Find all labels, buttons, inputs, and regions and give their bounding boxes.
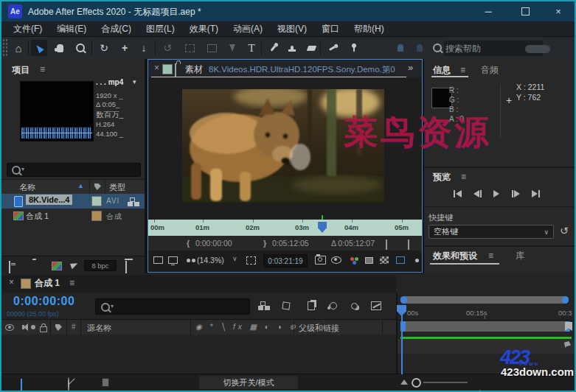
nav-cap-right[interactable] <box>562 296 569 304</box>
first-frame-button[interactable] <box>454 190 462 197</box>
project-settings-icon[interactable] <box>70 262 79 270</box>
shortcut-dropdown[interactable]: 空格键 ∨ <box>428 225 554 239</box>
toolbar-grip[interactable] <box>2 38 7 57</box>
project-row-footage[interactable]: 8K.Vide...4 AVI <box>1 194 145 209</box>
footage-playhead[interactable] <box>318 222 327 233</box>
brush-tool-icon[interactable] <box>265 40 281 56</box>
viewer-current-time[interactable]: 0:03:21:19 <box>263 254 308 267</box>
label-column-tag-icon[interactable] <box>94 183 101 190</box>
tab-library[interactable]: 库 <box>516 250 524 262</box>
toolbar-pill[interactable] <box>525 45 550 53</box>
zoom-out-mountain-icon[interactable] <box>400 379 408 385</box>
project-panel-menu-icon[interactable]: ≡ <box>40 64 45 74</box>
tab-composition[interactable]: 合成 1 <box>35 277 60 290</box>
hand-tool-icon[interactable] <box>52 40 68 56</box>
tab-footage[interactable]: 素材 <box>185 63 203 76</box>
menu-animation[interactable]: 动画(A) <box>226 23 270 35</box>
menu-edit[interactable]: 编辑(E) <box>49 23 94 35</box>
in-point-icon[interactable]: { <box>187 239 190 248</box>
orbit-camera-tool-icon[interactable]: ↻ <box>96 40 112 56</box>
menu-layer[interactable]: 图层(L) <box>139 23 182 35</box>
previous-frame-button[interactable] <box>473 190 482 197</box>
frame-blending-icon[interactable] <box>304 298 319 313</box>
menu-composition[interactable]: 合成(C) <box>94 23 139 35</box>
expand-layer-switches-icon[interactable] <box>21 379 22 392</box>
footage-thumbnail[interactable] <box>20 81 94 141</box>
footage-info-caret-icon[interactable]: ▾ <box>133 78 136 85</box>
footage-time-ruler[interactable]: 00m 01m 02m 03m 04m 05m <box>148 220 422 237</box>
comp-color-swatch[interactable] <box>91 211 102 221</box>
zoom-in-mountain-icon[interactable] <box>475 377 485 392</box>
magnification-value[interactable]: (14.3%) <box>197 256 224 265</box>
preview-panel-menu-icon[interactable]: ≡ <box>461 172 466 182</box>
zoom-tool-icon[interactable] <box>72 40 89 56</box>
sort-up-icon[interactable]: ▲ <box>77 182 84 189</box>
play-button[interactable] <box>493 190 499 197</box>
current-time-display[interactable]: 0:00:00:00 <box>13 295 74 308</box>
roto-brush-tool-icon[interactable] <box>324 40 340 56</box>
new-composition-icon[interactable] <box>52 262 62 270</box>
pixel-aspect-correction-icon[interactable] <box>394 253 407 267</box>
lock-column-icon[interactable] <box>38 322 49 332</box>
dolly-camera-tool-icon[interactable]: ↓ <box>136 40 152 56</box>
show-channel-icon[interactable] <box>347 253 361 267</box>
ripple-insert-edit-icon[interactable] <box>386 239 387 250</box>
timeline-time-ruler[interactable]: 00s 00:15s 00:3 <box>398 306 575 321</box>
shape-tool-icon[interactable] <box>204 40 220 56</box>
video-eye-icon[interactable] <box>4 322 15 332</box>
show-snapshot-icon[interactable] <box>330 253 343 267</box>
timeline-search-field[interactable]: ▾ <box>95 298 250 315</box>
menu-effect[interactable]: 效果(T) <box>182 23 226 35</box>
pan-camera-tool-icon[interactable]: + <box>117 40 133 56</box>
bit-depth-button[interactable]: 8 bpc <box>84 260 117 271</box>
tab-effects-presets[interactable]: 效果和预设 <box>433 250 477 262</box>
tab-info[interactable]: 信息 <box>433 64 451 77</box>
footage-color-swatch[interactable] <box>91 196 102 206</box>
close-tab-icon[interactable]: × <box>9 277 14 287</box>
overlay-edit-icon[interactable] <box>408 239 409 250</box>
expand-in-out-pane-icon[interactable] <box>102 378 109 387</box>
overflow-icon[interactable]: » <box>408 62 413 73</box>
selection-tool-icon[interactable] <box>31 40 47 56</box>
pen-tool-icon[interactable] <box>224 40 240 56</box>
project-row-comp[interactable]: 合成 1 合成 <box>1 209 145 223</box>
close-tab-icon[interactable]: × <box>154 63 159 73</box>
layer-list-empty-area[interactable] <box>1 335 396 374</box>
label-column-tag-icon[interactable] <box>55 324 62 331</box>
timeline-zoom-slider-knob[interactable] <box>412 378 421 388</box>
puppet-pin-tool-icon[interactable] <box>346 40 362 56</box>
column-name[interactable]: 名称 <box>19 182 35 193</box>
trash-icon[interactable] <box>125 261 127 274</box>
timeline-zoom-slider-track[interactable] <box>423 382 468 383</box>
menu-window[interactable]: 窗口 <box>314 23 347 35</box>
mini-flowchart-icon[interactable] <box>255 298 270 313</box>
timeline-menu-icon[interactable]: ≡ <box>69 278 74 288</box>
menu-file[interactable]: 文件(F) <box>6 23 49 35</box>
home-icon[interactable]: ⌂ <box>10 40 27 56</box>
region-of-interest-icon[interactable] <box>244 253 257 267</box>
solo-icon[interactable] <box>28 322 38 332</box>
menu-view[interactable]: 视图(V) <box>270 23 314 35</box>
last-frame-button[interactable] <box>532 190 540 197</box>
rotate-tool-icon[interactable]: ↺ <box>159 40 176 56</box>
camera-tool-icon[interactable] <box>181 40 198 56</box>
project-search-field[interactable]: ▾ <box>7 163 141 177</box>
work-area-bar[interactable] <box>400 321 570 332</box>
audio-speaker-icon[interactable] <box>16 322 27 332</box>
column-parent-link[interactable]: 父级和链接 <box>299 323 339 334</box>
playhead-line[interactable] <box>401 306 403 374</box>
transparency-grid-icon[interactable] <box>378 253 391 267</box>
workspace-icon-b[interactable] <box>412 40 428 56</box>
tab-preview[interactable]: 预览 <box>433 171 451 183</box>
nav-cap-left[interactable] <box>400 296 407 304</box>
workspace-icon-a[interactable] <box>392 40 409 56</box>
lock-icon[interactable] <box>175 63 176 77</box>
shy-layers-icon[interactable] <box>347 298 361 313</box>
timeline-nav-scrollbar[interactable] <box>400 296 569 304</box>
primary-viewer-icon[interactable] <box>166 253 179 267</box>
text-tool-icon[interactable]: T <box>243 40 260 56</box>
graph-editor-icon[interactable] <box>369 298 384 313</box>
tab-project[interactable]: 项目 <box>12 64 30 77</box>
toggle-switches-modes-button[interactable]: 切换开关/模式 <box>199 376 298 389</box>
info-panel-menu-icon[interactable]: ≡ <box>460 65 465 75</box>
